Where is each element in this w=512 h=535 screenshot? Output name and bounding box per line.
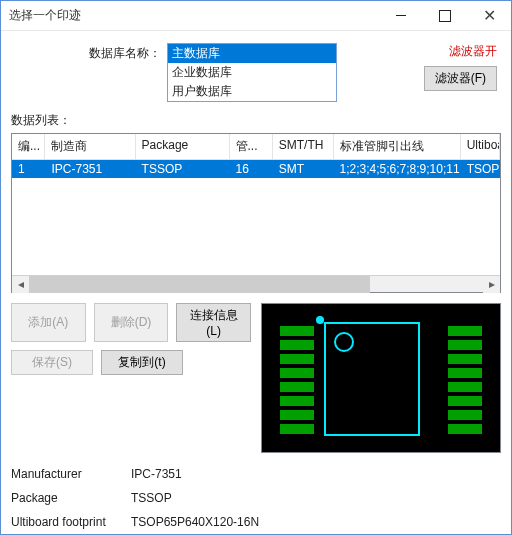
column-header[interactable]: 编...	[12, 134, 45, 159]
pin-icon	[448, 382, 482, 392]
save-button[interactable]: 保存(S)	[11, 350, 93, 375]
database-row: 数据库名称： 主数据库 企业数据库 用户数据库 滤波器开 滤波器(F)	[11, 39, 501, 110]
column-header[interactable]: 标准管脚引出线	[334, 134, 461, 159]
copy-to-button[interactable]: 复制到(t)	[101, 350, 183, 375]
package-label: Package	[11, 491, 131, 505]
titlebar: 选择一个印迹 ✕	[1, 1, 511, 31]
table-header: 编... 制造商 Package 管... SMT/TH 标准管脚引出线 Ult…	[12, 134, 500, 160]
scroll-left-icon[interactable]: ◂	[12, 276, 29, 293]
footprint-label: Ultiboard footprint	[11, 515, 131, 529]
database-option[interactable]: 主数据库	[168, 44, 336, 63]
pin-icon	[448, 368, 482, 378]
database-label: 数据库名称：	[11, 43, 161, 62]
cell: SMT	[273, 160, 334, 178]
scroll-thumb[interactable]	[29, 276, 370, 293]
window-title: 选择一个印迹	[9, 7, 81, 24]
pin-icon	[448, 340, 482, 350]
pin-icon	[280, 396, 314, 406]
scroll-right-icon[interactable]: ▸	[483, 276, 500, 293]
pin-icon	[448, 354, 482, 364]
horizontal-scrollbar[interactable]: ◂ ▸	[12, 275, 500, 292]
filter-status: 滤波器开	[449, 43, 497, 60]
cell: IPC-7351	[45, 160, 135, 178]
pin-icon	[448, 424, 482, 434]
pin-icon	[280, 410, 314, 420]
content-area: 数据库名称： 主数据库 企业数据库 用户数据库 滤波器开 滤波器(F) 数据列表…	[1, 31, 511, 535]
scroll-track[interactable]	[29, 276, 483, 293]
close-button[interactable]: ✕	[467, 1, 511, 31]
cell: 1	[12, 160, 45, 178]
column-header[interactable]: Ultiboa	[461, 134, 500, 159]
data-table: 编... 制造商 Package 管... SMT/TH 标准管脚引出线 Ult…	[11, 133, 501, 293]
cell: 16	[230, 160, 273, 178]
column-header[interactable]: 管...	[230, 134, 273, 159]
filter-button[interactable]: 滤波器(F)	[424, 66, 497, 91]
column-header[interactable]: 制造商	[45, 134, 135, 159]
add-button[interactable]: 添加(A)	[11, 303, 86, 342]
database-listbox[interactable]: 主数据库 企业数据库 用户数据库	[167, 43, 337, 102]
manufacturer-value: IPC-7351	[131, 467, 501, 481]
action-buttons: 添加(A) 删除(D) 连接信息(L) 保存(S) 复制到(t)	[11, 303, 251, 453]
pin-icon	[280, 424, 314, 434]
database-option[interactable]: 企业数据库	[168, 63, 336, 82]
pin-icon	[448, 396, 482, 406]
middle-row: 添加(A) 删除(D) 连接信息(L) 保存(S) 复制到(t)	[11, 303, 501, 453]
dialog-window: 选择一个印迹 ✕ 数据库名称： 主数据库 企业数据库 用户数据库 滤波器开 滤波…	[0, 0, 512, 535]
cell: TSSOP	[136, 160, 230, 178]
minimize-button[interactable]	[379, 1, 423, 31]
database-option[interactable]: 用户数据库	[168, 82, 336, 101]
table-body: 1 IPC-7351 TSSOP 16 SMT 1;2;3;4;5;6;7;8;…	[12, 160, 500, 275]
table-row[interactable]: 1 IPC-7351 TSSOP 16 SMT 1;2;3;4;5;6;7;8;…	[12, 160, 500, 178]
bottom-buttons: 选择(S) 取消(C) 帮助(H)	[11, 529, 501, 535]
cell: 1;2;3;4;5;6;7;8;9;10;11;	[334, 160, 461, 178]
pin1-dot-icon	[334, 332, 354, 352]
pin-icon	[448, 326, 482, 336]
maximize-button[interactable]	[423, 1, 467, 31]
marker-dot-icon	[316, 316, 324, 324]
column-header[interactable]: Package	[136, 134, 230, 159]
delete-button[interactable]: 删除(D)	[94, 303, 169, 342]
manufacturer-label: Manufacturer	[11, 467, 131, 481]
pin-icon	[280, 326, 314, 336]
info-grid: Manufacturer IPC-7351 Package TSSOP Ulti…	[11, 467, 501, 529]
cell: TSOP65	[461, 160, 500, 178]
data-list-label: 数据列表：	[11, 112, 501, 129]
pin-icon	[280, 340, 314, 350]
footprint-value: TSOP65P640X120-16N	[131, 515, 501, 529]
pin-icon	[280, 354, 314, 364]
pin-icon	[448, 410, 482, 420]
link-info-button[interactable]: 连接信息(L)	[176, 303, 251, 342]
column-header[interactable]: SMT/TH	[273, 134, 334, 159]
package-value: TSSOP	[131, 491, 501, 505]
footprint-preview	[261, 303, 501, 453]
pin-icon	[280, 382, 314, 392]
pin-icon	[280, 368, 314, 378]
